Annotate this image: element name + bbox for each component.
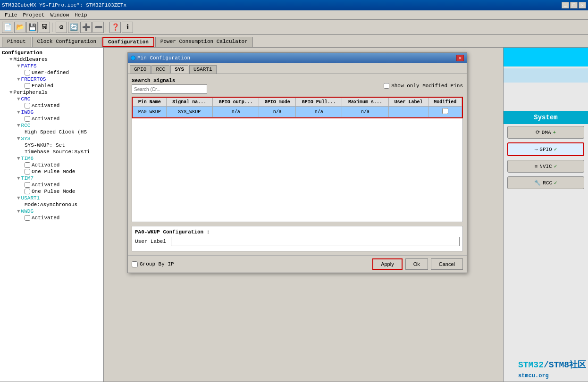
fatfs-user-checkbox[interactable]	[25, 70, 30, 75]
tim7-pulse-checkbox[interactable]	[25, 189, 30, 194]
gpio-check-icon: ✓	[554, 146, 557, 152]
tab-clock[interactable]: Clock Configuration	[32, 37, 101, 47]
wwdg-activated-checkbox[interactable]	[25, 215, 30, 221]
freertos-link[interactable]: FREERTOS	[21, 76, 46, 82]
ok-button[interactable]: Ok	[405, 258, 428, 270]
dma-button[interactable]: ⟳ DMA +	[507, 126, 584, 139]
tim6-link[interactable]: TIM6	[21, 156, 34, 161]
tim6-activated-checkbox[interactable]	[25, 162, 30, 168]
col-pin-name: Pin Name	[133, 98, 167, 107]
tab-power[interactable]: Power Consumption Calculator	[155, 37, 253, 47]
gpio-icon: →	[535, 147, 538, 152]
menu-project[interactable]: Project	[20, 11, 47, 19]
window-title: STM32CubeMX YS-F1Pro.ioc*: STM32F103ZETx	[2, 2, 126, 8]
user-label-input[interactable]	[171, 237, 460, 246]
apply-button[interactable]: Apply	[372, 258, 403, 270]
rcc-check-icon: ✓	[554, 180, 557, 186]
cell-max-speed: n/a	[342, 107, 388, 117]
top-blue-bar	[504, 48, 588, 66]
fatfs-link[interactable]: FATFS	[21, 63, 37, 69]
dialog-tab-gpio[interactable]: GPIO	[130, 65, 151, 74]
cancel-button[interactable]: Cancel	[431, 258, 463, 270]
peripherals-label: Peripherals	[14, 90, 48, 95]
nvic-button[interactable]: ≡ NVIC ✓	[507, 160, 584, 173]
tab-configuration[interactable]: Configuration	[102, 37, 154, 47]
wwdg-link[interactable]: WWDG	[21, 208, 34, 214]
tree-peripherals: ▼Peripherals	[2, 89, 101, 96]
dialog-tab-sys[interactable]: SYS	[170, 65, 188, 74]
menu-file[interactable]: File	[2, 11, 20, 19]
iwdg-activated-checkbox[interactable]	[25, 116, 30, 122]
system-panel: System ⟳ DMA + → GPIO ✓ ≡ NVIC ✓ 🔧 RCC ✓	[503, 48, 588, 382]
col-modified: Modified	[428, 98, 462, 107]
menu-help[interactable]: Help	[72, 11, 90, 19]
col-user-label: User Label	[388, 98, 428, 107]
gpio-label: GPIO	[539, 147, 552, 152]
dialog-title-text: Pin Configuration	[137, 55, 190, 61]
tree-fatfs-user: User-defined	[2, 69, 101, 76]
dialog-footer: Group By IP Apply Ok Cancel	[128, 255, 467, 273]
toolbar-open[interactable]: 📂	[14, 22, 25, 33]
group-by-ip-checkbox[interactable]	[132, 261, 138, 267]
tim7-activated-checkbox[interactable]	[25, 182, 30, 188]
system-header: System	[504, 111, 588, 124]
gpio-button[interactable]: → GPIO ✓	[507, 142, 584, 156]
dialog-tab-bar: GPIO RCC SYS USART1	[128, 63, 467, 74]
table-row[interactable]: PA0-WKUP SYS_WKUP n/a n/a n/a n/a	[133, 107, 462, 117]
dialog-tab-usart1[interactable]: USART1	[189, 65, 217, 74]
toolbar-btn1[interactable]: ⚙	[56, 22, 67, 33]
tab-pinout[interactable]: Pinout	[2, 37, 31, 47]
col-gpio-mode: GPIO mode	[259, 98, 296, 107]
toolbar-save2[interactable]: 🖫	[39, 22, 50, 33]
toolbar: 📄 📂 💾 🖫 ⚙ 🔄 ➕ ➖ ❓ ℹ	[0, 20, 588, 35]
dialog-body: Search Signals Show only Modified Pins P…	[128, 74, 467, 255]
dialog-title-bar: Pin Configuration ✕	[128, 53, 467, 63]
rcc-hsc-label: High Speed Clock (HS	[25, 129, 87, 135]
crc-link[interactable]: CRC	[21, 96, 31, 102]
pin-table: Pin Name Signal na... GPIO outp... GPIO …	[133, 98, 462, 117]
toolbar-sep1	[52, 23, 54, 32]
toolbar-save[interactable]: 💾	[26, 22, 38, 33]
minimize-btn[interactable]: _	[562, 2, 569, 8]
toolbar-btn3[interactable]: ➕	[80, 22, 92, 33]
crc-activated-checkbox[interactable]	[25, 103, 30, 108]
close-btn[interactable]: ✕	[579, 2, 586, 8]
show-modified-checkbox[interactable]	[384, 83, 389, 89]
col-signal: Signal na...	[166, 98, 212, 107]
iwdg-link[interactable]: IWDG	[21, 109, 34, 115]
modified-checkbox[interactable]	[442, 108, 448, 114]
group-by-ip-label: Group By IP	[140, 261, 174, 267]
rcc-link[interactable]: RCC	[21, 123, 31, 128]
watermark-text1: STM32	[518, 360, 544, 370]
tim6-pulse-checkbox[interactable]	[25, 169, 30, 174]
toolbar-info[interactable]: ℹ	[122, 22, 133, 33]
tim7-link[interactable]: TIM7	[21, 175, 34, 181]
dialog-close-btn[interactable]: ✕	[456, 55, 464, 61]
search-row: Search Signals Show only Modified Pins	[132, 78, 463, 94]
rcc-system-button[interactable]: 🔧 RCC ✓	[507, 176, 584, 189]
tree-usart1: ▼USART1	[2, 195, 101, 201]
main-tab-bar: Pinout Clock Configuration Configuration…	[0, 35, 588, 48]
nvic-icon: ≡	[535, 164, 538, 169]
rcc-system-label: RCC	[543, 180, 552, 186]
tree-crc: ▼CRC	[2, 96, 101, 102]
show-modified-label: Show only Modified Pins	[391, 83, 463, 89]
tree-freertos-enabled: Enabled	[2, 83, 101, 89]
maximize-btn[interactable]: □	[570, 2, 578, 8]
dialog-tab-rcc[interactable]: RCC	[151, 65, 169, 74]
toolbar-btn2[interactable]: 🔄	[68, 22, 79, 33]
toolbar-new[interactable]: 📄	[2, 22, 13, 33]
rcc-icon: 🔧	[534, 180, 541, 186]
left-panel: Configuration ▼Middlewares ▼FATFS User-d…	[0, 48, 104, 382]
toolbar-help[interactable]: ❓	[109, 22, 121, 33]
menu-window[interactable]: Window	[48, 11, 72, 19]
search-label: Search Signals	[132, 78, 207, 83]
watermark-text2: /STM8社区	[544, 360, 586, 370]
sys-link[interactable]: SYS	[21, 136, 31, 141]
toolbar-btn4[interactable]: ➖	[92, 22, 104, 33]
crc-activated-label: Activated	[32, 103, 59, 108]
usart1-link[interactable]: USART1	[21, 195, 40, 201]
title-bar-controls: _ □ ✕	[562, 2, 586, 8]
search-input[interactable]	[132, 84, 207, 94]
freertos-enabled-checkbox[interactable]	[25, 83, 30, 89]
